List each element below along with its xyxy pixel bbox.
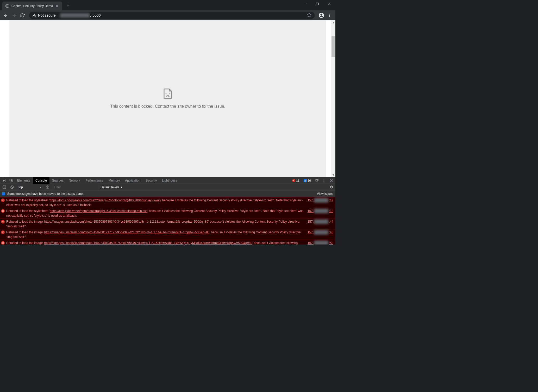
error-source-link[interactable]: 157.██████:12 — [308, 198, 333, 203]
new-tab-button[interactable] — [64, 2, 72, 9]
error-source-link[interactable]: 157.██████:52 — [308, 241, 333, 245]
divider — [58, 13, 58, 17]
device-icon[interactable] — [7, 178, 15, 183]
error-message: Refused to load the image 'https://image… — [6, 241, 306, 245]
devtools-panel: ElementsConsoleSourcesNetworkPerformance… — [0, 177, 335, 245]
devtools-tab-sources[interactable]: Sources — [49, 177, 66, 184]
console-error-row: ✕Refused to load the stylesheet 'https:/… — [0, 208, 335, 219]
error-url-link[interactable]: https://images.unsplash.com/photo-153508… — [44, 220, 208, 223]
svg-rect-8 — [169, 93, 170, 94]
clear-console-icon[interactable] — [9, 184, 15, 190]
back-button[interactable] — [2, 12, 9, 19]
devtools-tab-elements[interactable]: Elements — [15, 177, 33, 184]
devtools-tab-network[interactable]: Network — [66, 177, 83, 184]
error-message: Refused to load the image 'https://image… — [6, 230, 306, 239]
scroll-up-icon[interactable]: ▲ — [331, 20, 335, 24]
console-settings-icon[interactable] — [328, 184, 334, 190]
error-url-link[interactable]: https://cdn.jsdelivr.net/npm/bootstrap@4… — [50, 209, 147, 213]
console-toolbar: top Default levels▼ — [0, 184, 335, 191]
gear-icon[interactable] — [314, 177, 320, 184]
view-issues-link[interactable]: View issues — [317, 191, 333, 196]
broken-page-icon — [163, 88, 172, 99]
svg-point-5 — [329, 15, 330, 16]
scrollbar-thumb[interactable] — [331, 36, 335, 57]
error-icon: ✕ — [1, 209, 5, 213]
menu-button[interactable] — [326, 12, 333, 19]
devtools-tabbar: ElementsConsoleSourcesNetworkPerformance… — [0, 177, 335, 184]
console-output[interactable]: Some messages have been moved to the Iss… — [0, 191, 335, 245]
error-message: Refused to load the image 'https://image… — [6, 219, 306, 229]
error-url-link[interactable]: https://images.unsplash.com/photo-150224… — [44, 241, 252, 245]
globe-icon — [5, 4, 9, 8]
svg-point-12 — [324, 179, 324, 179]
security-chip[interactable]: Not secure — [32, 13, 56, 17]
close-window-button[interactable] — [323, 0, 335, 8]
scroll-down-icon[interactable]: ▼ — [331, 173, 335, 177]
context-selector[interactable]: top — [17, 185, 43, 190]
error-url-link[interactable]: https://images.unsplash.com/photo-158708… — [44, 230, 210, 234]
issues-notice: Some messages have been moved to the Iss… — [0, 191, 335, 197]
error-icon: ✕ — [1, 230, 5, 234]
error-source-link[interactable]: 157.██████:48 — [308, 230, 333, 235]
page-content: This content is blocked. Contact the sit… — [0, 20, 335, 177]
security-label: Not secure — [38, 13, 56, 17]
error-count-badge[interactable]: ✕11 — [291, 179, 301, 182]
devtools-tab-performance[interactable]: Performance — [83, 177, 106, 184]
console-error-row: ✕Refused to load the image 'https://imag… — [0, 219, 335, 229]
blocked-frame: This content is blocked. Contact the sit… — [9, 20, 326, 177]
error-url-link[interactable]: https://fonts.googleapis.com/css2?family… — [50, 198, 161, 202]
window-controls — [299, 0, 335, 8]
log-levels-selector[interactable]: Default levels▼ — [101, 185, 123, 189]
error-source-link[interactable]: 157.██████:44 — [308, 219, 333, 224]
svg-point-14 — [324, 181, 324, 182]
devtools-tab-console[interactable]: Console — [33, 177, 49, 184]
error-icon: ✕ — [1, 241, 5, 245]
svg-point-13 — [324, 180, 324, 181]
svg-point-6 — [329, 16, 330, 17]
forward-button[interactable] — [10, 12, 18, 19]
issues-message: Some messages have been moved to the Iss… — [7, 191, 84, 196]
svg-rect-7 — [166, 93, 166, 94]
devtools-tab-memory[interactable]: Memory — [106, 177, 122, 184]
error-icon: ✕ — [1, 220, 5, 223]
tab-title: Content Security Policy Demo — [11, 4, 53, 8]
blocked-message: This content is blocked. Contact the sit… — [110, 104, 225, 109]
console-sidebar-icon[interactable] — [1, 184, 7, 190]
profile-button[interactable] — [318, 12, 325, 19]
address-bar[interactable]: Not secure ███████████5:5500 — [29, 12, 315, 19]
inspect-icon[interactable] — [0, 178, 7, 183]
svg-point-17 — [47, 187, 48, 188]
filter-input[interactable] — [52, 185, 99, 190]
devtools-tab-security[interactable]: Security — [143, 177, 159, 184]
reload-button[interactable] — [19, 12, 26, 19]
devtools-tab-application[interactable]: Application — [122, 177, 143, 184]
kebab-icon[interactable] — [321, 177, 327, 184]
devtools-close-icon[interactable] — [328, 177, 334, 184]
live-expression-icon[interactable] — [44, 184, 51, 190]
svg-rect-1 — [316, 3, 319, 5]
browser-tab[interactable]: Content Security Policy Demo — [2, 2, 62, 10]
scrollbar[interactable]: ▲ ▼ — [331, 20, 335, 177]
console-error-row: ✕Refused to load the image 'https://imag… — [0, 240, 335, 245]
info-count-badge[interactable]: ▮10 — [302, 179, 312, 182]
bookmark-icon[interactable] — [307, 12, 311, 18]
issues-icon — [2, 192, 5, 195]
error-source-link[interactable]: 157.██████:18 — [308, 209, 333, 213]
maximize-button[interactable] — [311, 0, 323, 8]
svg-point-4 — [329, 14, 330, 15]
warning-icon — [32, 13, 36, 17]
console-error-row: ✕Refused to load the image 'https://imag… — [0, 229, 335, 240]
window-titlebar: Content Security Policy Demo — [0, 0, 335, 10]
error-message: Refused to load the stylesheet 'https://… — [6, 198, 306, 207]
tabs-area: Content Security Policy Demo — [0, 0, 72, 10]
minimize-button[interactable] — [299, 0, 311, 8]
console-error-row: ✕Refused to load the stylesheet 'https:/… — [0, 197, 335, 208]
close-icon[interactable] — [55, 4, 59, 8]
devtools-tab-lighthouse[interactable]: Lighthouse — [159, 177, 180, 184]
browser-toolbar: Not secure ███████████5:5500 — [0, 10, 335, 20]
error-icon: ✕ — [1, 198, 5, 202]
error-message: Refused to load the stylesheet 'https://… — [6, 209, 306, 218]
url-text: ███████████5:5500 — [60, 13, 101, 17]
svg-point-3 — [320, 14, 322, 16]
